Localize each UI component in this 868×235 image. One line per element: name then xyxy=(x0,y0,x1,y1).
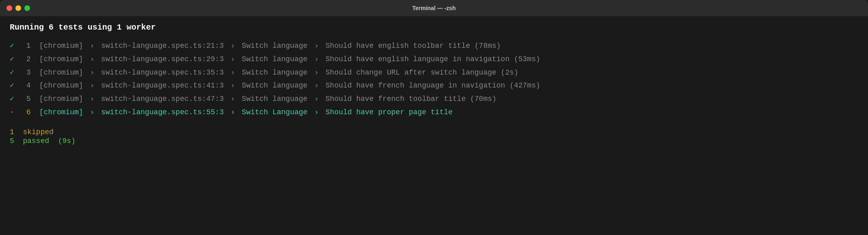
suite-name: Switch language xyxy=(242,67,307,79)
suite-name: Switch language xyxy=(242,53,307,65)
arrow-icon: › xyxy=(310,80,323,92)
test-name: Should have french language in navigatio… xyxy=(326,80,505,92)
arrow-icon: › xyxy=(86,107,99,118)
spec-file: switch-language.spec.ts:41:3 xyxy=(101,80,223,92)
passed-count: 5 xyxy=(10,137,14,145)
test-name: Should have english toolbar title xyxy=(326,40,470,52)
spec-file: switch-language.spec.ts:55:3 xyxy=(101,107,223,118)
summary-section: 1 skipped 5 passed (9s) xyxy=(10,128,858,145)
test-name: Should have proper page title xyxy=(326,107,453,118)
window-title: Terminal — -zsh xyxy=(412,5,455,11)
browser-tag: [chromium] xyxy=(35,107,83,118)
passed-label: passed xyxy=(19,137,49,145)
summary-passed: 5 passed (9s) xyxy=(10,137,858,145)
test-name: Should change URL after switch language xyxy=(326,67,496,79)
skipped-label: skipped xyxy=(19,128,54,136)
table-row: ✓ 4 [chromium] › switch-language.spec.ts… xyxy=(10,80,858,92)
test-number: 2 xyxy=(22,53,33,65)
maximize-button[interactable] xyxy=(24,5,30,11)
pass-icon: ✓ xyxy=(10,67,22,79)
skip-icon: - xyxy=(10,107,22,118)
browser-tag: [chromium] xyxy=(35,80,83,92)
arrow-icon: › xyxy=(86,40,99,52)
arrow-icon: › xyxy=(86,67,99,79)
arrow-icon: › xyxy=(226,53,239,65)
pass-icon: ✓ xyxy=(10,53,22,65)
arrow-icon: › xyxy=(226,93,239,105)
test-name: Should have french toolbar title xyxy=(326,93,466,105)
arrow-icon: › xyxy=(86,93,99,105)
arrow-icon: › xyxy=(226,80,239,92)
test-number: 6 xyxy=(22,107,33,118)
pass-icon: ✓ xyxy=(10,80,22,92)
duration: (78ms) xyxy=(470,40,501,52)
test-number: 4 xyxy=(22,80,33,92)
arrow-icon: › xyxy=(86,53,99,65)
spec-file: switch-language.spec.ts:21:3 xyxy=(101,40,223,52)
terminal-window: Terminal — -zsh Running 6 tests using 1 … xyxy=(0,0,868,235)
traffic-lights xyxy=(6,5,30,11)
arrow-icon: › xyxy=(226,40,239,52)
table-row: ✓ 5 [chromium] › switch-language.spec.ts… xyxy=(10,93,858,105)
suite-name: Switch language xyxy=(242,40,307,52)
spec-file: switch-language.spec.ts:35:3 xyxy=(101,67,223,79)
arrow-icon: › xyxy=(86,80,99,92)
duration: (70ms) xyxy=(466,93,496,105)
arrow-icon: › xyxy=(310,93,323,105)
duration: (2s) xyxy=(496,67,518,79)
close-button[interactable] xyxy=(6,5,12,11)
total-duration: (9s) xyxy=(54,137,75,145)
arrow-icon: › xyxy=(226,107,239,118)
duration: (427ms) xyxy=(505,80,540,92)
running-status: Running 6 tests using 1 worker xyxy=(10,23,858,32)
skipped-count: 1 xyxy=(10,128,14,136)
table-row: ✓ 1 [chromium] › switch-language.spec.ts… xyxy=(10,40,858,52)
pass-icon: ✓ xyxy=(10,93,22,105)
title-bar: Terminal — -zsh xyxy=(0,0,868,16)
browser-tag: [chromium] xyxy=(35,53,83,65)
arrow-icon: › xyxy=(310,107,323,118)
test-results: ✓ 1 [chromium] › switch-language.spec.ts… xyxy=(10,40,858,118)
arrow-icon: › xyxy=(226,67,239,79)
suite-name: Switch language xyxy=(242,80,307,92)
browser-tag: [chromium] xyxy=(35,67,83,79)
table-row: - 6 [chromium] › switch-language.spec.ts… xyxy=(10,107,858,118)
browser-tag: [chromium] xyxy=(35,40,83,52)
terminal-body: Running 6 tests using 1 worker ✓ 1 [chro… xyxy=(0,16,868,235)
test-number: 5 xyxy=(22,93,33,105)
arrow-icon: › xyxy=(310,40,323,52)
suite-name: Switch language xyxy=(242,93,307,105)
browser-tag: [chromium] xyxy=(35,93,83,105)
minimize-button[interactable] xyxy=(15,5,21,11)
arrow-icon: › xyxy=(310,67,323,79)
arrow-icon: › xyxy=(310,53,323,65)
suite-name: Switch Language xyxy=(242,107,307,118)
duration: (53ms) xyxy=(509,53,540,65)
test-number: 3 xyxy=(22,67,33,79)
pass-icon: ✓ xyxy=(10,40,22,52)
summary-skipped: 1 skipped xyxy=(10,128,858,136)
spec-file: switch-language.spec.ts:29:3 xyxy=(101,53,223,65)
table-row: ✓ 3 [chromium] › switch-language.spec.ts… xyxy=(10,67,858,79)
test-name: Should have english language in navigati… xyxy=(326,53,510,65)
table-row: ✓ 2 [chromium] › switch-language.spec.ts… xyxy=(10,53,858,65)
spec-file: switch-language.spec.ts:47:3 xyxy=(101,93,223,105)
test-number: 1 xyxy=(22,40,33,52)
